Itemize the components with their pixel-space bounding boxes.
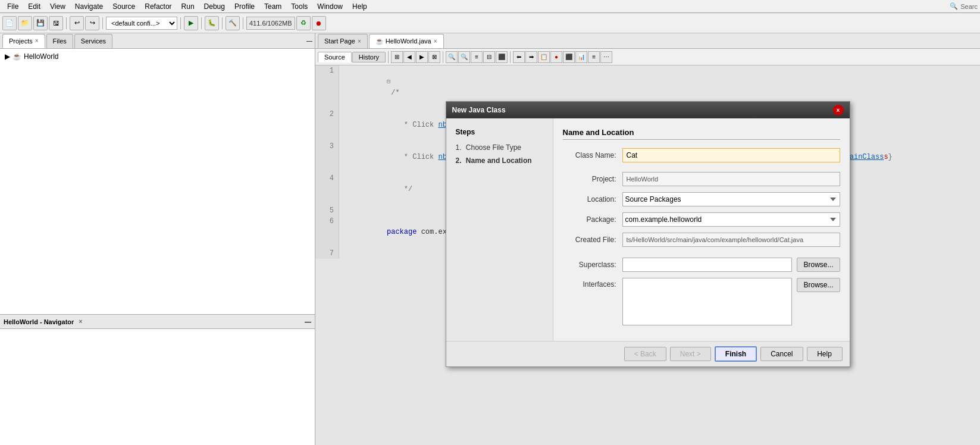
history-tab-btn[interactable]: History [352, 52, 386, 62]
menu-debug[interactable]: Debug [199, 1, 230, 12]
project-label: Project: [563, 175, 622, 183]
package-row: Package: com.example.helloworld [563, 212, 840, 227]
stop-btn[interactable]: ⬛ [563, 51, 575, 63]
browse-superclass-btn[interactable]: Browse... [797, 258, 840, 272]
project-tree: ▶ ☕ HelloWorld [0, 49, 315, 314]
menu-refactor[interactable]: Refactor [140, 1, 176, 12]
tasks-btn[interactable]: ≡ [588, 51, 600, 63]
config-select[interactable]: <default confi...> [106, 17, 177, 30]
cancel-btn[interactable]: Cancel [760, 347, 803, 361]
menu-view[interactable]: View [45, 1, 70, 12]
prev-bookmark-btn[interactable]: ◀ [403, 51, 415, 63]
source-sep1 [388, 51, 389, 63]
coverage-btn[interactable]: 📊 [575, 51, 587, 63]
toolbar: 📄 📁 💾 🖫 ↩ ↪ <default confi...> ▶ 🐛 🔨 411… [0, 13, 980, 33]
navigator-minimize[interactable]: — [305, 318, 311, 325]
menu-window[interactable]: Window [312, 1, 347, 12]
menu-run[interactable]: Run [177, 1, 199, 12]
step-1-num: 1. [456, 143, 462, 152]
zoom-out-btn[interactable]: 🔍 [458, 51, 470, 63]
tab-projects-close[interactable]: × [35, 37, 39, 44]
superclass-input[interactable] [622, 258, 793, 272]
dialog-footer: < Back Next > Finish Cancel Help [446, 341, 850, 366]
package-label: Package: [563, 215, 622, 224]
tab-helloworld-java-close[interactable]: × [434, 38, 437, 45]
tab-services[interactable]: Services [74, 34, 112, 48]
redo-btn[interactable]: ↪ [85, 16, 99, 30]
menu-team[interactable]: Team [259, 1, 286, 12]
tab-projects[interactable]: Projects × [2, 34, 45, 48]
location-row: Location: Source Packages [563, 192, 840, 206]
next-btn[interactable]: Next > [670, 347, 711, 361]
package-select[interactable]: com.example.helloworld [622, 212, 840, 227]
run-project-btn[interactable]: ▶ [184, 16, 198, 30]
dialog-titlebar: New Java Class × [446, 102, 850, 118]
superclass-row: Superclass: Browse... [563, 258, 840, 272]
memory-label: 411.6/1062MB [246, 17, 295, 30]
toggle-bookmarks-btn[interactable]: ⊞ [391, 51, 403, 63]
new-java-class-dialog: New Java Class × Steps 1. Choose File Ty… [446, 101, 850, 367]
right-panel: Start Page × ☕ HelloWorld.java × Source … [315, 33, 980, 445]
toggle-fold-btn[interactable]: ⊟ [483, 51, 495, 63]
clear-bookmarks-btn[interactable]: ⊠ [428, 51, 440, 63]
section-title: Name and Location [563, 128, 840, 140]
main-layout: Projects × Files Services — ▶ ☕ HelloWor… [0, 33, 980, 445]
sep1 [66, 17, 67, 29]
search-label: Searc [960, 3, 978, 10]
tab-start-page[interactable]: Start Page × [318, 34, 368, 48]
gc-btn[interactable]: ♻ [296, 16, 311, 30]
menu-help[interactable]: Help [347, 1, 372, 12]
run-btn[interactable]: ● [550, 51, 562, 63]
code-editor[interactable]: 1 ⊟ /* 2 * Click nbfs://nbhost/SystemFil… [315, 65, 980, 445]
step-2-num: 2. [456, 156, 462, 165]
menu-file[interactable]: File [2, 1, 23, 12]
menu-profile[interactable]: Profile [230, 1, 259, 12]
dialog-form: Name and Location Class Name: Project: [553, 118, 850, 341]
dialog-close-btn[interactable]: × [833, 105, 844, 115]
save-btn[interactable]: 💾 [33, 16, 48, 30]
class-name-label: Class Name: [563, 151, 622, 159]
navigator-close[interactable]: × [79, 318, 82, 325]
interfaces-textarea[interactable] [622, 278, 793, 325]
finish-btn[interactable]: Finish [715, 346, 757, 362]
prev-error-btn[interactable]: ⬅ [513, 51, 525, 63]
extra-btn[interactable]: ⋯ [600, 51, 612, 63]
new-btn[interactable]: 📄 [2, 16, 17, 30]
menu-tools[interactable]: Tools [286, 1, 312, 12]
left-tab-bar: Projects × Files Services — [0, 33, 315, 49]
step-1: 1. Choose File Type [456, 143, 543, 152]
created-file-row: Created File: ts/HelloWorld/src/main/jav… [563, 233, 840, 247]
next-bookmark-btn[interactable]: ▶ [416, 51, 428, 63]
menu-navigate[interactable]: Navigate [70, 1, 108, 12]
undo-btn[interactable]: ↩ [70, 16, 84, 30]
step-2: 2. Name and Location [456, 156, 543, 165]
clean-build-btn[interactable]: 🔨 [226, 16, 240, 30]
left-panel: Projects × Files Services — ▶ ☕ HelloWor… [0, 33, 315, 445]
find-btn[interactable]: ⬛ [496, 51, 508, 63]
open-btn[interactable]: 📁 [18, 16, 32, 30]
class-name-row: Class Name: [563, 148, 840, 162]
tab-start-page-close[interactable]: × [358, 38, 361, 45]
source-sep2 [443, 51, 443, 63]
back-btn[interactable]: < Back [624, 347, 666, 361]
tab-helloworld-java[interactable]: ☕ HelloWorld.java × [369, 34, 444, 48]
tree-item-helloworld[interactable]: ▶ ☕ HelloWorld [2, 51, 312, 62]
menu-source[interactable]: Source [108, 1, 140, 12]
tab-files[interactable]: Files [46, 34, 73, 48]
toggle-linenum-btn[interactable]: ≡ [471, 51, 483, 63]
class-name-input[interactable] [622, 148, 840, 162]
sep5 [222, 17, 223, 29]
debug-btn[interactable]: 🐛 [205, 16, 219, 30]
next-error-btn[interactable]: ➡ [525, 51, 537, 63]
location-select[interactable]: Source Packages [622, 192, 840, 206]
menu-edit[interactable]: Edit [23, 1, 45, 12]
minimize-left-panel[interactable]: — [306, 37, 312, 44]
zoom-in-btn[interactable]: 🔍 [446, 51, 458, 63]
save-all-btn[interactable]: 🖫 [49, 16, 63, 30]
help-btn[interactable]: Help [807, 347, 843, 361]
steps-header: Steps [456, 128, 543, 136]
browse-interfaces-btn[interactable]: Browse... [797, 278, 840, 292]
toggle-err-list-btn[interactable]: 📋 [538, 51, 550, 63]
profile-btn[interactable]: ⏺ [312, 16, 326, 30]
source-tab-btn[interactable]: Source [318, 52, 352, 62]
